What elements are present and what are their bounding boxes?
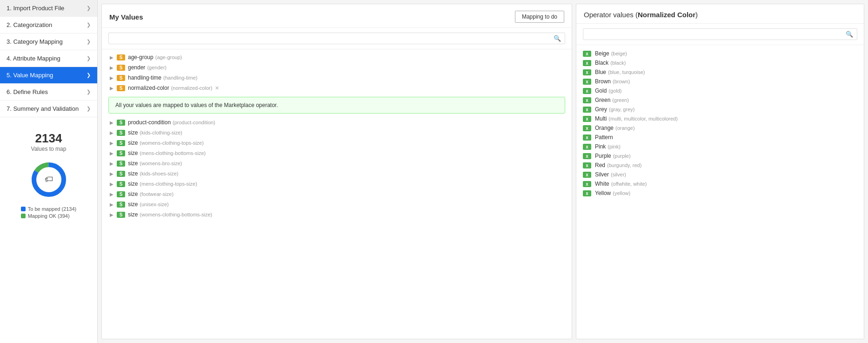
op-badge[interactable]: x [583, 69, 591, 75]
list-item[interactable]: xMulti(multi, multicolor, multicolored) [583, 114, 857, 123]
list-item[interactable]: ▶Ssize (womens-clothing-bottoms-size) [102, 209, 572, 220]
list-item[interactable]: xPink(pink) [583, 142, 857, 151]
list-item[interactable]: ▶Sproduct-condition (product-condition) [102, 117, 572, 128]
my-values-title: My Values [109, 13, 143, 21]
my-values-search-container: 🔍 [102, 28, 572, 49]
list-item[interactable]: ▶Sage-group (age-group) [102, 52, 572, 62]
my-values-search-input[interactable] [113, 35, 554, 42]
list-item[interactable]: xOrange(orange) [583, 123, 857, 133]
list-item[interactable]: xBlue(blue, turquoise) [583, 67, 857, 77]
op-sub: (silver) [611, 172, 626, 177]
list-item[interactable]: ▶Ssize (unisex-size) [102, 199, 572, 209]
tag-badge: S [117, 140, 125, 146]
op-sub: (beige) [611, 51, 627, 56]
list-item[interactable]: xRed(burgundy, red) [583, 161, 857, 170]
sidebar-item-label: 4. Attribute Mapping [7, 55, 60, 62]
op-badge[interactable]: x [583, 190, 591, 196]
item-name: size [128, 140, 138, 146]
sidebar-item-import[interactable]: 1. Import Product File❯ [0, 0, 97, 17]
chevron-right-icon: ❯ [87, 5, 91, 11]
sidebar-item-value-mapping[interactable]: 5. Value Mapping❯ [0, 67, 97, 84]
tag-badge: S [117, 181, 125, 187]
item-sub: (womens-bro-size) [140, 161, 182, 166]
list-item[interactable]: xGold(gold) [583, 86, 857, 95]
list-item[interactable]: ▶Sgender (gender) [102, 62, 572, 73]
op-sub: (green) [612, 97, 628, 103]
sidebar-stats: 2134 Values to map 🏷 To be mapped (2134) [0, 127, 97, 225]
sidebar-item-attribute-mapping[interactable]: 4. Attribute Mapping❯ [0, 50, 97, 67]
op-sub: (blue, turquoise) [608, 69, 645, 75]
operator-panel: Operator values (Normalized Color) 🔍 xBe… [576, 4, 864, 339]
list-item[interactable]: xPattern [583, 133, 857, 142]
list-item[interactable]: ▶Ssize (mens-clothing-bottoms-size) [102, 148, 572, 158]
op-badge[interactable]: x [583, 116, 591, 122]
tag-badge: S [117, 120, 125, 126]
list-item[interactable]: xGreen(green) [583, 95, 857, 105]
list-item[interactable]: xSilver(silver) [583, 170, 857, 179]
list-item[interactable]: ▶Ssize (mens-clothing-tops-size) [102, 179, 572, 189]
op-sub: (burgundy, red) [607, 162, 641, 168]
list-item[interactable]: xBrown(brown) [583, 77, 857, 86]
list-item[interactable]: ▶Ssize (footwear-size) [102, 189, 572, 199]
list-item[interactable]: ▶Snormalized-color (normalized-color) ✕ [102, 83, 572, 93]
svg-text:🏷: 🏷 [45, 175, 53, 184]
mapping-to-do-button[interactable]: Mapping to do [515, 11, 564, 23]
op-badge[interactable]: x [583, 172, 591, 178]
operator-header: Operator values (Normalized Color) [576, 4, 864, 24]
op-badge[interactable]: x [583, 51, 591, 57]
list-item[interactable]: ▶Ssize (kids-clothing-size) [102, 128, 572, 138]
expand-icon: ▶ [108, 201, 115, 208]
list-item[interactable]: xBlack(black) [583, 58, 857, 67]
operator-search-input[interactable] [587, 31, 846, 38]
chevron-right-icon: ❯ [87, 89, 91, 95]
item-name: size [128, 129, 138, 136]
list-item[interactable]: xGrey(gray, grey) [583, 105, 857, 114]
item-sub: (kids-shoes-size) [140, 171, 178, 176]
expand-icon: ▶ [108, 129, 115, 136]
list-item[interactable]: ▶Shandling-time (handling-time) [102, 73, 572, 83]
item-name: handling-time [128, 74, 161, 81]
op-name: Multi [595, 115, 607, 122]
tag-badge: S [117, 202, 125, 208]
sidebar-item-summary[interactable]: 7. Summery and Validation❯ [0, 101, 97, 117]
item-sub: (kids-clothing-size) [140, 130, 182, 135]
expand-icon: ▶ [108, 54, 115, 61]
op-sub: (yellow) [613, 190, 630, 196]
list-item[interactable]: xYellow(yellow) [583, 188, 857, 198]
op-name: Red [595, 162, 605, 168]
list-item[interactable]: xPurple(purple) [583, 151, 857, 161]
op-badge[interactable]: x [583, 88, 591, 94]
operator-search-container: 🔍 [576, 24, 864, 45]
op-badge[interactable]: x [583, 181, 591, 187]
list-item[interactable]: ▶Ssize (womens-clothing-tops-size) [102, 138, 572, 148]
op-badge[interactable]: x [583, 60, 591, 66]
op-name: Grey [595, 106, 607, 113]
op-badge[interactable]: x [583, 162, 591, 168]
sidebar-item-category-mapping[interactable]: 3. Category Mapping❯ [0, 34, 97, 50]
item-sub: (mens-clothing-tops-size) [140, 181, 197, 187]
list-item[interactable]: xWhite(offwhite, white) [583, 179, 857, 188]
op-badge[interactable]: x [583, 144, 591, 150]
op-badge[interactable]: x [583, 153, 591, 159]
item-name: size [128, 160, 138, 167]
stats-count: 2134 [5, 131, 93, 146]
list-item[interactable]: ▶Ssize (kids-shoes-size) [102, 168, 572, 179]
tag-badge: S [117, 65, 125, 71]
sidebar-item-label: 7. Summery and Validation [7, 105, 79, 112]
op-badge[interactable]: x [583, 125, 591, 131]
remove-icon[interactable]: ✕ [215, 85, 219, 91]
sidebar-item-define-rules[interactable]: 6. Define Rules❯ [0, 84, 97, 101]
op-badge[interactable]: x [583, 97, 591, 103]
op-badge[interactable]: x [583, 107, 591, 113]
sidebar-item-label: 2. Categorization [7, 21, 52, 28]
op-badge[interactable]: x [583, 135, 591, 141]
list-item[interactable]: ▶Ssize (womens-bro-size) [102, 158, 572, 168]
op-badge[interactable]: x [583, 79, 591, 85]
list-item[interactable]: xBeige(beige) [583, 49, 857, 58]
item-name: size [128, 201, 138, 208]
item-sub: (normalized-color) [171, 85, 213, 91]
sidebar-item-categorization[interactable]: 2. Categorization❯ [0, 17, 97, 34]
item-name: age-group [128, 54, 154, 61]
expand-icon: ▶ [108, 150, 115, 156]
tag-badge: S [117, 150, 125, 156]
